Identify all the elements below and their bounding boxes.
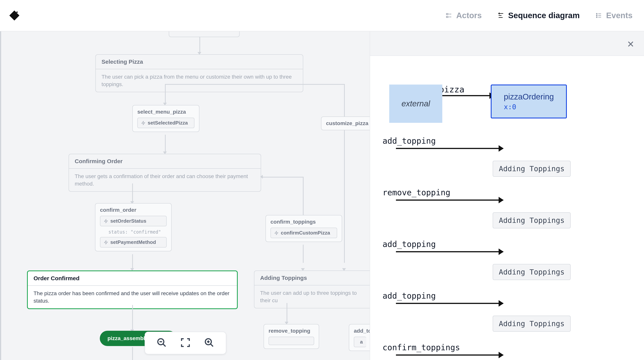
action-set-selected-pizza: setSelectedPizza: [137, 118, 194, 128]
state-node-top-partial[interactable]: [169, 31, 240, 37]
seq-actor-external[interactable]: external: [389, 85, 442, 123]
state-adding-toppings[interactable]: Adding Toppings The user can add up to t…: [254, 270, 370, 308]
action-partial: [268, 337, 314, 345]
state-selecting-pizza[interactable]: Selecting Pizza The user can pick a pizz…: [96, 54, 303, 92]
transition-select-menu-pizza[interactable]: select_menu_pizza setSelectedPizza: [132, 105, 200, 132]
state-desc: The user can add up to three toppings to…: [254, 285, 370, 308]
logo[interactable]: [8, 9, 21, 22]
nav-events-label: Events: [606, 11, 632, 20]
bolt-icon: [141, 121, 146, 125]
transition-label: confirm_order: [100, 207, 167, 213]
seq-event[interactable]: confirm_toppings: [396, 343, 503, 356]
sequence-icon: [497, 12, 505, 19]
svg-point-0: [16, 11, 18, 13]
transition-add-to-partial[interactable]: add_to a: [349, 324, 370, 351]
transition-label: customize_pizza: [326, 120, 366, 126]
seq-state[interactable]: Adding Toppings: [493, 161, 571, 177]
bolt-icon: [104, 240, 108, 244]
nav-sequence-label: Sequence diagram: [508, 11, 580, 20]
svg-marker-17: [275, 231, 278, 234]
transition-label: add_to: [354, 328, 366, 334]
sequence-diagram-pane: ✕ pizza external pizzaOrdering x:0 add_t…: [370, 31, 644, 360]
svg-marker-16: [104, 240, 108, 244]
state-desc: The user gets a confirmation of their or…: [69, 169, 261, 191]
actors-icon: [445, 12, 453, 19]
zoom-out-button[interactable]: [156, 338, 167, 349]
state-title: Adding Toppings: [254, 271, 370, 285]
svg-line-20: [163, 344, 166, 347]
bolt-icon: [104, 219, 108, 223]
transition-label: confirm_toppings: [270, 219, 337, 225]
svg-rect-2: [446, 16, 448, 17]
transition-confirm-order[interactable]: confirm_order setOrderStatus status: "co…: [95, 203, 172, 251]
transition-remove-topping[interactable]: remove_topping: [264, 324, 319, 349]
svg-marker-14: [142, 121, 145, 125]
state-title: Confirming Order: [69, 154, 261, 169]
close-button[interactable]: ✕: [627, 39, 634, 49]
action-confirm-custom-pizza: confirmCustomPizza: [270, 228, 337, 238]
state-desc: The user can pick a pizza from the menu …: [96, 69, 303, 92]
action-param: status: "confirmed": [100, 228, 167, 235]
nav-actors[interactable]: Actors: [445, 11, 482, 20]
seq-event[interactable]: add_topping: [396, 136, 503, 149]
svg-line-23: [210, 344, 213, 347]
nav-sequence[interactable]: Sequence diagram: [497, 11, 580, 20]
transition-label: remove_topping: [268, 328, 314, 334]
svg-marker-15: [104, 219, 108, 223]
svg-point-8: [596, 13, 598, 14]
seq-state[interactable]: Adding Toppings: [493, 316, 571, 332]
transition-label: select_menu_pizza: [137, 109, 194, 115]
transition-confirm-toppings[interactable]: confirm_toppings confirmCustomPizza: [266, 215, 342, 242]
seq-event[interactable]: add_topping: [396, 291, 503, 304]
state-confirming-order[interactable]: Confirming Order The user gets a confirm…: [68, 154, 261, 192]
state-title: Selecting Pizza: [96, 55, 303, 69]
svg-rect-1: [446, 13, 448, 15]
seq-state[interactable]: Adding Toppings: [493, 264, 571, 280]
events-icon: [595, 12, 602, 19]
state-order-confirmed-active[interactable]: Order Confirmed The pizza order has been…: [27, 270, 238, 309]
action-set-order-status: setOrderStatus: [100, 216, 167, 226]
transition-customize-pizza[interactable]: customize_pizza: [321, 117, 370, 130]
seq-message-pizza: pizza: [439, 85, 464, 94]
bolt-icon: [274, 231, 278, 235]
svg-point-9: [596, 15, 598, 16]
zoom-controls: [144, 332, 226, 354]
action-partial: a: [354, 337, 366, 347]
state-diagram-canvas[interactable]: Selecting Pizza The user can pick a pizz…: [0, 31, 370, 360]
action-set-payment-method: setPaymentMethod: [100, 237, 167, 247]
nav-actors-label: Actors: [456, 11, 482, 20]
nav-events[interactable]: Events: [595, 11, 632, 20]
zoom-in-button[interactable]: [204, 338, 214, 349]
seq-event[interactable]: remove_topping: [396, 188, 503, 201]
fit-screen-button[interactable]: [180, 338, 190, 349]
svg-point-10: [596, 17, 598, 18]
seq-actor-pizza-ordering[interactable]: pizzaOrdering x:0: [491, 85, 567, 118]
seq-event[interactable]: add_topping: [396, 239, 503, 252]
seq-state[interactable]: Adding Toppings: [493, 212, 571, 228]
state-title: Order Confirmed: [28, 271, 237, 286]
